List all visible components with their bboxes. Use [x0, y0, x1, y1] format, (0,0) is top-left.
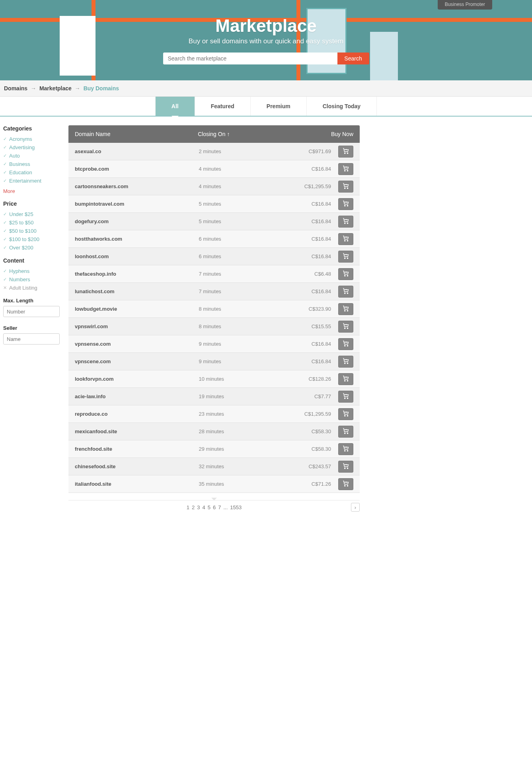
domain-name[interactable]: thefaceshop.info: [75, 271, 199, 277]
filter-hyphens[interactable]: ✓Hyphens: [3, 267, 60, 275]
filter-numbers[interactable]: ✓Numbers: [3, 275, 60, 284]
add-to-cart-button[interactable]: [338, 408, 353, 420]
pager-page[interactable]: 7: [218, 504, 221, 510]
domain-name[interactable]: reproduce.co: [75, 411, 199, 417]
add-to-cart-button[interactable]: [338, 461, 353, 473]
seller-input[interactable]: [3, 333, 60, 345]
pager-page[interactable]: 3: [197, 504, 200, 510]
domain-name[interactable]: vpnsense.com: [75, 341, 199, 347]
filter-label: $100 to $200: [9, 236, 39, 242]
tab-premium[interactable]: Premium: [251, 97, 307, 116]
domain-name[interactable]: bumpintotravel.com: [75, 201, 199, 207]
add-to-cart-button[interactable]: [338, 181, 353, 193]
pager-page[interactable]: 5: [208, 504, 210, 510]
col-domain-name[interactable]: Domain Name: [75, 131, 198, 137]
domain-name[interactable]: chinesefood.site: [75, 463, 199, 469]
svg-point-39: [347, 485, 348, 486]
categories-more[interactable]: More: [3, 188, 60, 194]
domain-name[interactable]: loonhost.com: [75, 253, 199, 259]
pager-page[interactable]: 6: [213, 504, 216, 510]
add-to-cart-button[interactable]: [338, 251, 353, 263]
cart-icon: [342, 165, 349, 173]
filter-auto[interactable]: ✓Auto: [3, 152, 60, 160]
price: C$16.84: [287, 201, 331, 207]
pager-page[interactable]: 4: [203, 504, 205, 510]
domain-name[interactable]: frenchfood.site: [75, 446, 199, 452]
domain-name[interactable]: lunatichost.com: [75, 288, 199, 294]
domain-name[interactable]: btcprobe.com: [75, 166, 199, 172]
svg-point-16: [345, 293, 345, 294]
filter-education[interactable]: ✓Education: [3, 168, 60, 177]
filter--50-to-100[interactable]: ✓$50 to $100: [3, 227, 60, 235]
search-button[interactable]: Search: [337, 53, 369, 64]
price: C$16.84: [287, 288, 331, 294]
table-row: vpnswirl.com8 minutesC$15.55: [68, 318, 360, 335]
tab-featured[interactable]: Featured: [195, 97, 251, 116]
tab-all[interactable]: All: [155, 97, 195, 116]
add-to-cart-button[interactable]: [338, 146, 353, 158]
hero-banner: Business Promoter Marketplace Buy or sel…: [0, 0, 532, 80]
add-to-cart-button[interactable]: [338, 373, 353, 385]
domain-name[interactable]: lowbudget.movie: [75, 306, 199, 312]
pager-page[interactable]: 1553: [230, 504, 242, 510]
domain-name[interactable]: hostthatworks.com: [75, 236, 199, 242]
domain-name[interactable]: mexicanfood.site: [75, 428, 199, 434]
col-buy-now[interactable]: Buy Now: [286, 131, 353, 137]
filter-over-200[interactable]: ✓Over $200: [3, 243, 60, 252]
breadcrumb: Domains → Marketplace → Buy Domains: [0, 80, 532, 97]
add-to-cart-button[interactable]: [338, 478, 353, 490]
col-closing-on[interactable]: Closing On↑: [198, 131, 286, 137]
domain-name[interactable]: dogefury.com: [75, 218, 199, 224]
pager-page: ...: [223, 504, 228, 510]
filter-business[interactable]: ✓Business: [3, 160, 60, 168]
arrow-icon: →: [75, 85, 80, 91]
pager-page[interactable]: 1: [187, 504, 189, 510]
domain-name[interactable]: lookforvpn.com: [75, 376, 199, 382]
closing-time: 32 minutes: [199, 463, 288, 469]
table-row: reproduce.co23 minutesC$1,295.59: [68, 405, 360, 423]
check-icon: ✓: [3, 170, 7, 175]
add-to-cart-button[interactable]: [338, 391, 353, 403]
add-to-cart-button[interactable]: [338, 216, 353, 228]
add-to-cart-button[interactable]: [338, 286, 353, 298]
pager-next[interactable]: ›: [351, 503, 360, 512]
breadcrumb-domains[interactable]: Domains: [4, 85, 27, 91]
table-row: bumpintotravel.com5 minutesC$16.84: [68, 195, 360, 213]
add-to-cart-button[interactable]: [338, 338, 353, 350]
table-row: asexual.co2 minutesC$971.69: [68, 143, 360, 160]
domain-name[interactable]: vpnswirl.com: [75, 323, 199, 329]
breadcrumb-marketplace[interactable]: Marketplace: [39, 85, 72, 91]
closing-time: 7 minutes: [199, 271, 288, 277]
filter-advertising[interactable]: ✓Advertising: [3, 143, 60, 152]
add-to-cart-button[interactable]: [338, 233, 353, 245]
domain-name[interactable]: acie-law.info: [75, 393, 199, 399]
filter--25-to-50[interactable]: ✓$25 to $50: [3, 218, 60, 227]
filter-acronyms[interactable]: ✓Acronyms: [3, 135, 60, 143]
add-to-cart-button[interactable]: [338, 321, 353, 333]
add-to-cart-button[interactable]: [338, 303, 353, 315]
add-to-cart-button[interactable]: [338, 356, 353, 368]
search-input[interactable]: [163, 53, 337, 64]
domain-name[interactable]: italianfood.site: [75, 481, 199, 487]
svg-point-19: [347, 310, 348, 311]
add-to-cart-button[interactable]: [338, 443, 353, 455]
filter--100-to-200[interactable]: ✓$100 to $200: [3, 235, 60, 243]
tab-closing-today[interactable]: Closing Today: [307, 97, 377, 116]
filter-entertainment[interactable]: ✓Entertainment: [3, 177, 60, 185]
svg-point-38: [345, 485, 345, 486]
cart-icon: [342, 147, 349, 156]
pager-page[interactable]: 2: [192, 504, 195, 510]
filter-under-25[interactable]: ✓Under $25: [3, 210, 60, 218]
domain-name[interactable]: asexual.co: [75, 148, 199, 154]
add-to-cart-button[interactable]: [338, 163, 353, 175]
add-to-cart-button[interactable]: [338, 198, 353, 210]
add-to-cart-button[interactable]: [338, 268, 353, 280]
cart-icon: [342, 392, 349, 401]
svg-point-20: [345, 328, 345, 329]
add-to-cart-button[interactable]: [338, 426, 353, 438]
filter-adult-listing[interactable]: ✕Adult Listing: [3, 284, 60, 292]
domain-name[interactable]: cartoonsneakers.com: [75, 183, 199, 189]
maxlen-input[interactable]: [3, 306, 60, 317]
domain-name[interactable]: vpnscene.com: [75, 358, 199, 364]
svg-point-25: [347, 363, 348, 364]
